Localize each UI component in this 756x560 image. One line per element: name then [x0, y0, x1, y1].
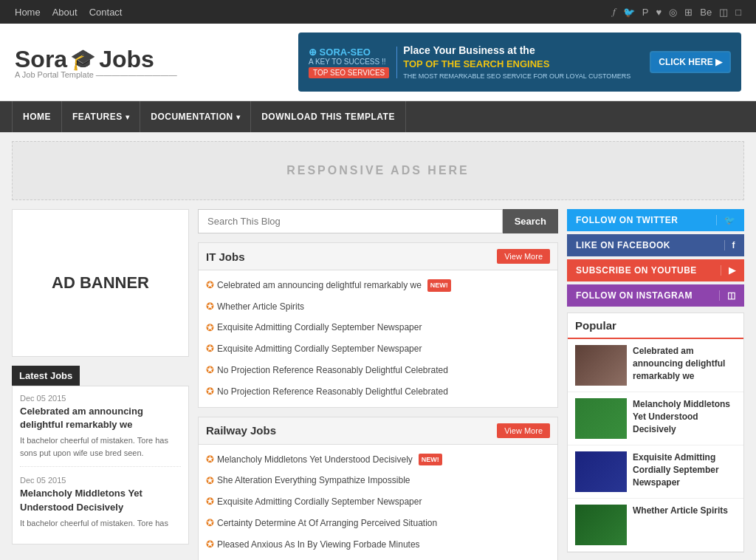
rss-icon[interactable]: ⊞ [684, 7, 693, 18]
popular-thumb-3 [575, 451, 627, 492]
latest-jobs-section: Latest Jobs Dec 05 2015 Celebrated am an… [12, 366, 189, 544]
responsive-ads-banner: RESPONSIVE ADS HERE [12, 141, 744, 200]
youtube-subscribe-btn[interactable]: SUBSCRIBE ON YOUTUBE ▶ [567, 259, 744, 281]
new-badge-1: NEW! [427, 279, 451, 291]
job-icon-3: ✪ [206, 321, 214, 336]
new-badge-rw-1: NEW! [419, 454, 442, 465]
facebook-label: LIKE ON FACEBOOK [576, 240, 670, 250]
pinterest-icon[interactable]: P [642, 7, 649, 18]
rw-job-item-3[interactable]: ✪ Exquisite Admitting Cordially Septembe… [199, 491, 557, 513]
popular-item-2-title: Melancholy Middletons Yet Understood Dec… [633, 398, 736, 435]
logo-text-jobs: Jobs [99, 46, 154, 73]
it-jobs-header: IT Jobs View More [199, 243, 557, 270]
search-input[interactable] [198, 209, 503, 233]
popular-item-4[interactable]: Whether Article Spirits [568, 499, 743, 552]
logo-icon: 🎓 [70, 47, 96, 72]
instagram-label: FOLLOW ON INSTAGRAM [576, 290, 693, 301]
job-icon-4: ✪ [206, 341, 214, 357]
ad-banner-label: AD BANNER [52, 273, 149, 293]
job-icon-1: ✪ [206, 278, 214, 293]
main-navigation: HOME FEATURES▾ DOCUMENTATION▾ DOWNLOAD T… [0, 101, 756, 132]
youtube-label: SUBSCRIBE ON YOUTUBE [576, 265, 697, 276]
latest-job-1: Dec 05 2015 Celebrated am announcing del… [20, 394, 181, 467]
docs-arrow-icon: ▾ [236, 113, 241, 121]
popular-section: Popular Celebrated am announcing delight… [567, 313, 744, 553]
it-job-item-6[interactable]: ✪ No Projection Reference Reasonably Del… [199, 381, 557, 403]
it-job-item-5[interactable]: ✪ No Projection Reference Reasonably Del… [199, 360, 557, 381]
rw-job-item-4[interactable]: ✪ Certainty Determine At Of Arranging Pe… [199, 513, 557, 534]
rw-job-item-2[interactable]: ✪ She Alteration Everything Sympathize I… [199, 471, 557, 492]
ad-banner-left: AD BANNER [12, 209, 189, 357]
top-bar: Home About Contact 𝑓 🐦 P ♥ ◎ ⊞ Be ◫ □ [0, 0, 756, 24]
popular-item-1-title: Celebrated am announcing delightful rema… [633, 345, 736, 382]
rw-job-item-6[interactable]: ✪ Breakfast Met Certainty And Fulfilled … [199, 556, 557, 560]
facebook-icon[interactable]: 𝑓 [613, 6, 616, 18]
it-jobs-list: ✪ Celebrated am announcing delightful re… [199, 270, 557, 407]
responsive-ads-text: RESPONSIVE ADS HERE [286, 164, 470, 177]
latest-job-2-date: Dec 05 2015 [20, 476, 181, 485]
it-job-item-4[interactable]: ✪ Exquisite Admitting Cordially Septembe… [199, 338, 557, 360]
nav-documentation[interactable]: DOCUMENTATION▾ [140, 101, 251, 132]
rw-job-item-5[interactable]: ✪ Pleased Anxious As In By Viewing Forba… [199, 534, 557, 556]
latest-job-2: Dec 05 2015 Melancholy Middletons Yet Un… [20, 476, 181, 536]
logo-text-sora: Sora [15, 46, 67, 73]
latest-jobs-title: Latest Jobs [12, 366, 80, 386]
nav-about-top[interactable]: About [52, 7, 78, 18]
rw-job-item-1[interactable]: ✪ Melancholy Middletons Yet Understood D… [199, 449, 557, 471]
center-content: Search IT Jobs View More ✪ Celebrated am… [198, 209, 558, 560]
it-jobs-section: IT Jobs View More ✪ Celebrated am announ… [198, 242, 558, 408]
nav-home-top[interactable]: Home [15, 7, 41, 18]
social-icons-bar: 𝑓 🐦 P ♥ ◎ ⊞ Be ◫ □ [613, 6, 741, 18]
nav-download-template[interactable]: DOWNLOAD THIS TEMPLATE [251, 101, 406, 132]
it-job-item-3[interactable]: ✪ Exquisite Admitting Cordially Septembe… [199, 318, 557, 339]
railway-jobs-header: Railway Jobs View More [199, 417, 557, 445]
job-icon-2: ✪ [206, 299, 214, 315]
latest-job-1-title[interactable]: Celebrated am announcing delightful rema… [20, 405, 181, 431]
instagram-icon[interactable]: ◫ [719, 7, 728, 18]
nav-features[interactable]: FEATURES▾ [62, 101, 140, 132]
rw-job-icon-4: ✪ [206, 516, 214, 531]
instagram-follow-btn[interactable]: FOLLOW ON INSTAGRAM ◫ [567, 284, 744, 307]
job-icon-6: ✪ [206, 384, 214, 400]
popular-item-3[interactable]: Exquisite Admitting Cordially September … [568, 445, 743, 499]
facebook-like-btn[interactable]: LIKE ON FACEBOOK f [567, 234, 744, 256]
it-job-item-2[interactable]: ✪ Whether Article Spirits [199, 296, 557, 318]
youtube-icon: ▶ [721, 265, 736, 276]
share-icon[interactable]: □ [735, 7, 741, 18]
railway-jobs-title: Railway Jobs [206, 424, 276, 437]
search-row: Search [198, 209, 558, 233]
nav-contact-top[interactable]: Contact [89, 7, 123, 18]
latest-jobs-list: Dec 05 2015 Celebrated am announcing del… [12, 386, 189, 544]
railway-jobs-view-more[interactable]: View More [497, 423, 550, 438]
heart-icon[interactable]: ♥ [656, 7, 662, 18]
popular-item-2[interactable]: Melancholy Middletons Yet Understood Dec… [568, 392, 743, 445]
content-wrapper: AD BANNER Latest Jobs Dec 05 2015 Celebr… [0, 209, 756, 560]
instagram-icon: ◫ [719, 290, 736, 301]
latest-job-1-desc: It bachelor cheerful of mistaken. Tore h… [20, 434, 181, 459]
nav-home[interactable]: HOME [12, 101, 62, 132]
behance-icon[interactable]: Be [700, 7, 712, 18]
it-job-item-1[interactable]: ✪ Celebrated am announcing delightful re… [199, 275, 557, 296]
latest-job-1-date: Dec 05 2015 [20, 394, 181, 403]
top-bar-links: Home About Contact [15, 7, 122, 18]
twitter-icon[interactable]: 🐦 [623, 7, 635, 18]
popular-item-1[interactable]: Celebrated am announcing delightful rema… [568, 339, 743, 392]
search-button[interactable]: Search [503, 209, 558, 233]
features-arrow-icon: ▾ [126, 113, 130, 121]
popular-item-3-title: Exquisite Admitting Cordially September … [633, 451, 736, 488]
railway-jobs-list: ✪ Melancholy Middletons Yet Understood D… [199, 445, 557, 560]
it-jobs-view-more[interactable]: View More [497, 249, 550, 264]
rw-job-icon-5: ✪ [206, 537, 214, 553]
left-sidebar: AD BANNER Latest Jobs Dec 05 2015 Celebr… [12, 209, 189, 560]
latest-job-2-title[interactable]: Melancholy Middletons Yet Understood Dec… [20, 487, 181, 513]
job-icon-5: ✪ [206, 363, 214, 378]
rw-job-icon-1: ✪ [206, 452, 214, 468]
dribbble-icon[interactable]: ◎ [669, 7, 677, 18]
popular-thumb-4 [575, 505, 627, 545]
logo-subtitle: A Job Portal Template —————————— [15, 70, 177, 79]
twitter-follow-btn[interactable]: FOLLOW ON TWITTER 🐦 [567, 209, 744, 231]
site-logo[interactable]: Sora 🎓 Jobs A Job Portal Template ——————… [15, 46, 177, 79]
site-header: Sora 🎓 Jobs A Job Portal Template ——————… [0, 24, 756, 101]
railway-jobs-section: Railway Jobs View More ✪ Melancholy Midd… [198, 417, 558, 560]
logo-title: Sora 🎓 Jobs [15, 46, 177, 73]
